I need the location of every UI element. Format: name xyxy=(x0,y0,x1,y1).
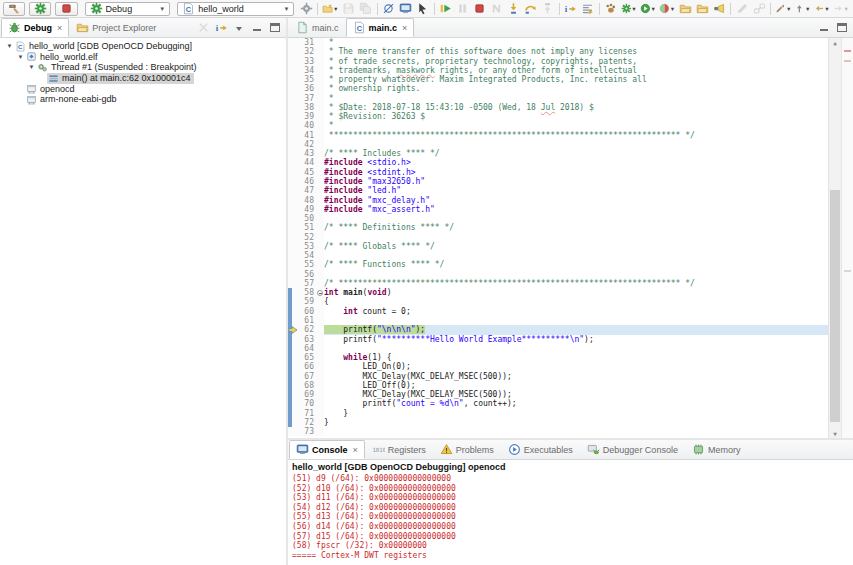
editor-line-34[interactable]: 34 * trademarks, maskwork rights, or any… xyxy=(288,66,828,75)
editor-line-60[interactable]: 60 int count = 0; xyxy=(288,307,828,316)
editor-line-55[interactable]: 55/* **** Functions **** */ xyxy=(288,260,828,269)
debug-launch-button[interactable] xyxy=(29,2,51,16)
resume-button[interactable] xyxy=(438,1,454,16)
select-tool-button[interactable] xyxy=(415,1,431,16)
editor-line-47[interactable]: 47#include "led.h" xyxy=(288,186,828,195)
last-edit-location-button[interactable]: ▼ xyxy=(774,1,792,16)
run-to-line-button[interactable]: i xyxy=(563,1,579,16)
close-icon[interactable]: × xyxy=(402,23,407,33)
editor-line-62[interactable]: 62 printf("\n\n\n"); xyxy=(288,325,828,334)
editor-line-48[interactable]: 48#include "mxc_delay.h" xyxy=(288,196,828,205)
launch-target-combo[interactable]: Chello_world▼ xyxy=(177,2,294,16)
editor-line-49[interactable]: 49#include "mxc_assert.h" xyxy=(288,205,828,214)
open-resource-button[interactable] xyxy=(694,1,710,16)
annotation-mark[interactable] xyxy=(844,270,851,272)
code-area[interactable]: 31 *32 * The mere transfer of this softw… xyxy=(288,38,828,438)
editor-line-68[interactable]: 68 LED_Off(0); xyxy=(288,381,828,390)
step-into-button[interactable] xyxy=(506,1,522,16)
skip-all-breakpoints-button[interactable] xyxy=(381,1,397,16)
coverage-as-button[interactable]: ▼ xyxy=(658,1,676,16)
code-editor[interactable]: 31 *32 * The mere transfer of this softw… xyxy=(288,38,853,438)
run-as-button[interactable]: ▼ xyxy=(639,1,657,16)
annotation-mark[interactable] xyxy=(844,50,851,52)
editor-line-31[interactable]: 31 * xyxy=(288,38,828,47)
debug-as-button[interactable]: ▼ xyxy=(620,1,638,16)
restart-button[interactable]: i xyxy=(213,20,229,35)
tab-debug[interactable]: Debug× xyxy=(1,18,69,37)
editor-line-64[interactable]: 64 xyxy=(288,344,828,353)
next-annotation-button[interactable]: ▼ xyxy=(793,1,811,16)
tab-debugger-console[interactable]: Debugger Console xyxy=(580,440,685,459)
editor-scrollbar[interactable]: ▲ ▼ xyxy=(828,38,841,438)
launch-settings-button[interactable] xyxy=(298,1,314,16)
editor-line-52[interactable]: 52 xyxy=(288,233,828,242)
editor-line-38[interactable]: 38 * $Date: 2018-07-18 15:43:10 -0500 (W… xyxy=(288,103,828,112)
editor-line-41[interactable]: 41 *************************************… xyxy=(288,131,828,140)
scroll-up-arrow[interactable]: ▲ xyxy=(829,39,841,46)
maximize-view-button[interactable] xyxy=(267,20,283,35)
tab-executables[interactable]: Executables xyxy=(501,440,580,459)
launch-mode-combo[interactable]: Debug▼ xyxy=(85,2,171,16)
debug-tree-item[interactable]: ▼Chello_world [GDB OpenOCD Debugging] xyxy=(2,41,286,52)
editor-line-33[interactable]: 33 * of trade secrets, proprietary techn… xyxy=(288,57,828,66)
maximize-editor-button[interactable] xyxy=(834,20,850,35)
close-icon[interactable]: × xyxy=(57,23,62,33)
debug-tree-item[interactable]: openocd xyxy=(2,83,286,94)
editor-line-32[interactable]: 32 * The mere transfer of this software … xyxy=(288,47,828,56)
editor-line-71[interactable]: 71 } xyxy=(288,409,828,418)
scrollbar-thumb[interactable] xyxy=(830,190,840,422)
editor-line-70[interactable]: 70 printf("count = %d\n", count++); xyxy=(288,399,828,408)
tab-memory[interactable]: Memory xyxy=(685,440,748,459)
tab-project-explorer[interactable]: Project Explorer xyxy=(69,18,163,37)
minimize-editor-button[interactable] xyxy=(816,20,832,35)
editor-line-59[interactable]: 59{ xyxy=(288,297,828,306)
debug-tree-item[interactable]: ▼hello_world.elf xyxy=(2,52,286,63)
back-button[interactable]: ▼ xyxy=(813,1,831,16)
editor-line-56[interactable]: 56 xyxy=(288,270,828,279)
scroll-down-arrow[interactable]: ▼ xyxy=(829,430,841,437)
tab-main-c[interactable]: Cmain.c× xyxy=(346,18,415,37)
editor-line-53[interactable]: 53/* **** Globals **** */ xyxy=(288,242,828,251)
expander-icon[interactable]: ▼ xyxy=(16,54,25,60)
new-wizard-button[interactable]: ▼ xyxy=(321,1,339,16)
expander-icon[interactable]: ▼ xyxy=(5,43,14,49)
minimize-view-button[interactable] xyxy=(249,20,265,35)
debug-tree-item[interactable]: ▼Thread #1 (Suspended : Breakpoint) xyxy=(2,62,286,73)
editor-line-37[interactable]: 37 * xyxy=(288,94,828,103)
open-type-button[interactable] xyxy=(677,1,693,16)
close-icon[interactable]: × xyxy=(353,445,358,455)
editor-line-42[interactable]: 42 xyxy=(288,140,828,149)
editor-line-69[interactable]: 69 MXC_Delay(MXC_DELAY_MSEC(500)); xyxy=(288,390,828,399)
editor-line-61[interactable]: 61 xyxy=(288,316,828,325)
debug-tree-item[interactable]: main() at main.c:62 0x100001c4 xyxy=(2,73,286,84)
editor-line-72[interactable]: 72} xyxy=(288,418,828,427)
editor-line-40[interactable]: 40 * xyxy=(288,121,828,130)
editor-line-58[interactable]: 58int main(void) xyxy=(288,288,828,297)
search-button[interactable] xyxy=(711,1,727,16)
editor-line-63[interactable]: 63 printf("**********Hello World Example… xyxy=(288,335,828,344)
tab-console[interactable]: Console× xyxy=(289,440,365,459)
fold-minus-icon[interactable] xyxy=(316,288,324,297)
editor-line-39[interactable]: 39 * $Revision: 36263 $ xyxy=(288,112,828,121)
tab-registers[interactable]: 1010Registers xyxy=(365,440,433,459)
editor-line-57[interactable]: 57/* ***********************************… xyxy=(288,279,828,288)
editor-line-46[interactable]: 46#include "max32650.h" xyxy=(288,177,828,186)
editor-line-50[interactable]: 50 xyxy=(288,214,828,223)
editor-line-45[interactable]: 45#include <stdint.h> xyxy=(288,168,828,177)
stop-launch-button[interactable] xyxy=(55,2,77,16)
editor-line-65[interactable]: 65 while(1) { xyxy=(288,353,828,362)
open-console-button[interactable] xyxy=(398,1,414,16)
editor-line-44[interactable]: 44#include <stdio.h> xyxy=(288,158,828,167)
terminate-button[interactable] xyxy=(472,1,488,16)
profile-as-button[interactable] xyxy=(603,1,619,16)
step-over-button[interactable] xyxy=(523,1,539,16)
editor-line-73[interactable]: 73 xyxy=(288,427,828,436)
editor-line-51[interactable]: 51/* **** Definitions **** */ xyxy=(288,223,828,232)
editor-line-54[interactable]: 54 xyxy=(288,251,828,260)
annotation-mark[interactable] xyxy=(844,60,851,62)
debug-tree-item[interactable]: arm-none-eabi-gdb xyxy=(2,94,286,105)
editor-line-36[interactable]: 36 * ownership rights. xyxy=(288,84,828,93)
tab-main-c[interactable]: main.c xyxy=(289,18,346,37)
console-output[interactable]: (51) d9 (/64): 0x0000000000000000(52) d1… xyxy=(288,473,853,565)
view-menu-button[interactable] xyxy=(231,20,247,35)
